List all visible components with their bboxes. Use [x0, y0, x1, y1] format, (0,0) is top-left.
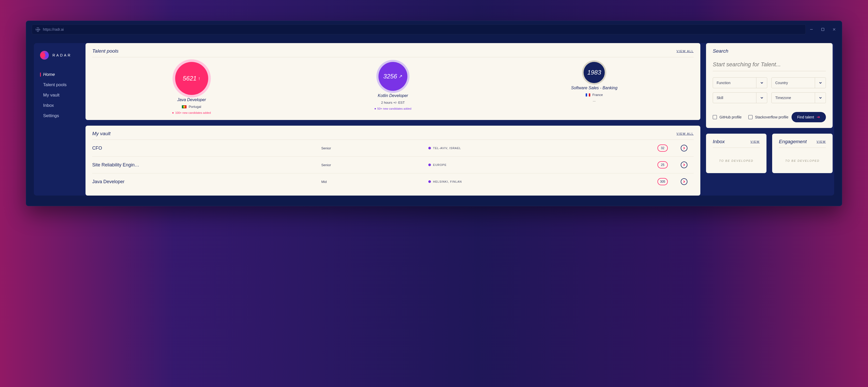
vault-count: 305 — [657, 178, 668, 185]
inbox-card: Inbox VIEW TO BE DEVELOPED — [706, 134, 767, 173]
flag-france-icon — [586, 94, 590, 97]
checkbox-icon — [748, 115, 752, 119]
vault-level: Senior — [321, 163, 426, 167]
talent-pools-card: Talent pools VIEW ALL 5621 ↑ Java Develo… — [86, 43, 700, 120]
brand: RADAR — [40, 51, 86, 60]
pool-note: — — [593, 99, 596, 102]
chevron-down-icon — [760, 81, 764, 84]
vault-count: 32 — [657, 144, 668, 152]
card-title: Search — [713, 48, 728, 54]
filter-label: Skill — [713, 96, 727, 100]
vault-level: Senior — [321, 146, 426, 150]
pool-item[interactable]: 5621 ↑ Java Developer Portugal 100+ new … — [167, 62, 216, 114]
globe-icon — [36, 27, 40, 32]
pool-subtitle: Portugal — [182, 105, 201, 109]
filter-label: Function — [713, 81, 734, 85]
find-talent-button[interactable]: Find talent — [792, 112, 826, 122]
logo-icon — [40, 51, 49, 60]
nav-label: Inbox — [43, 103, 54, 108]
close-button[interactable] — [832, 27, 836, 32]
card-title: Talent pools — [92, 48, 119, 54]
open-button[interactable] — [681, 145, 687, 151]
open-button[interactable] — [681, 162, 687, 168]
pool-note: 100+ new candidates added — [172, 111, 211, 114]
card-title: My vault — [92, 131, 111, 137]
my-vault-card: My vault VIEW ALL CFO Senior TEL-AVIV, I… — [86, 126, 700, 196]
location-dot-icon — [428, 147, 431, 149]
filter-skill[interactable]: Skill — [713, 92, 767, 103]
left-column: Talent pools VIEW ALL 5621 ↑ Java Develo… — [86, 43, 700, 196]
pool-bubble: 3256 ↗ — [378, 62, 407, 91]
vault-location-text: HELSINKI, FINLAN — [433, 180, 462, 183]
main-content: Talent pools VIEW ALL 5621 ↑ Java Develo… — [86, 43, 834, 196]
url-bar[interactable]: https://radr.ai — [32, 25, 806, 34]
chevron-right-icon — [683, 147, 685, 149]
filter-timezone[interactable]: Timezone — [771, 92, 826, 103]
view-all-link[interactable]: VIEW ALL — [677, 49, 693, 52]
sidebar: RADAR Home Talent pools My vault Inbox S… — [34, 43, 86, 196]
search-input[interactable] — [713, 57, 826, 71]
pool-subtitle-text: France — [592, 93, 603, 97]
location-dot-icon — [428, 180, 431, 183]
nav-talent-pools[interactable]: Talent pools — [40, 82, 86, 87]
filter-country[interactable]: Country — [771, 77, 826, 88]
view-link[interactable]: VIEW — [816, 140, 826, 143]
nav-label: My vault — [43, 93, 59, 98]
vault-location: HELSINKI, FINLAN — [428, 180, 655, 183]
check-github[interactable]: GitHub profile — [713, 115, 742, 119]
vault-location: TEL-AVIV, ISRAEL — [428, 146, 655, 150]
chevron-right-icon — [683, 164, 685, 166]
pool-note: 50+ new candidates added — [375, 107, 411, 110]
check-label: GitHub profile — [719, 115, 742, 119]
pool-count: 1983 — [587, 69, 601, 76]
nav-my-vault[interactable]: My vault — [40, 93, 86, 98]
pool-item[interactable]: 1983 Software Sales - Banking France — — [570, 62, 619, 114]
nav-inbox[interactable]: Inbox — [40, 103, 86, 108]
vault-row[interactable]: CFO Senior TEL-AVIV, ISRAEL 32 — [92, 140, 693, 156]
vault-role: Site Reliability Engin… — [92, 162, 319, 168]
card-title: Engagement — [779, 139, 807, 144]
minimize-button[interactable] — [809, 27, 813, 32]
pool-title: Kotlin Developer — [378, 94, 408, 98]
arrow-right-icon — [816, 115, 820, 119]
button-label: Find talent — [797, 115, 814, 119]
svg-rect-0 — [822, 28, 824, 31]
placeholder-text: TO BE DEVELOPED — [713, 148, 760, 168]
nav-home[interactable]: Home — [40, 72, 86, 77]
pool-subtitle-text: 2 hours +/- EST — [381, 101, 405, 104]
check-stackoverflow[interactable]: Stackoverflow profile — [748, 115, 788, 119]
flag-portugal-icon — [182, 105, 187, 108]
pool-note-text: 100+ new candidates added — [175, 111, 211, 114]
vault-count: 25 — [657, 161, 668, 169]
pool-item[interactable]: 3256 ↗ Kotlin Developer 2 hours +/- EST … — [368, 62, 417, 114]
pool-count: 5621 — [183, 75, 196, 82]
arrow-up-right-icon: ↗ — [399, 74, 402, 79]
view-link[interactable]: VIEW — [750, 140, 760, 143]
vault-row[interactable]: Site Reliability Engin… Senior EUROPE 25 — [92, 156, 693, 173]
pool-title: Java Developer — [177, 98, 206, 102]
filter-label: Country — [772, 81, 792, 85]
checkbox-icon — [713, 115, 717, 119]
nav-label: Home — [43, 72, 55, 77]
maximize-button[interactable] — [821, 27, 825, 32]
card-title: Inbox — [713, 139, 724, 144]
url-text: https://radr.ai — [43, 27, 64, 32]
pool-bubble: 5621 ↑ — [175, 62, 208, 95]
app-shell: RADAR Home Talent pools My vault Inbox S… — [34, 43, 834, 196]
open-button[interactable] — [681, 178, 687, 185]
vault-role: CFO — [92, 145, 319, 151]
filter-label: Timezone — [772, 96, 795, 100]
view-all-link[interactable]: VIEW ALL — [677, 132, 693, 135]
pool-note-text: 50+ new candidates added — [377, 107, 411, 110]
nav-settings[interactable]: Settings — [40, 113, 86, 118]
chevron-down-icon — [819, 81, 822, 84]
chevron-down-icon — [760, 96, 764, 100]
vault-location: EUROPE — [428, 163, 655, 167]
vault-role: Java Developer — [92, 179, 319, 184]
location-dot-icon — [428, 164, 431, 166]
browser-chrome: https://radr.ai — [26, 21, 842, 38]
vault-location-text: EUROPE — [433, 163, 446, 167]
filter-function[interactable]: Function — [713, 77, 767, 88]
vault-row[interactable]: Java Developer Mid HELSINKI, FINLAN 305 — [92, 173, 693, 190]
pool-subtitle: 2 hours +/- EST — [381, 101, 405, 104]
